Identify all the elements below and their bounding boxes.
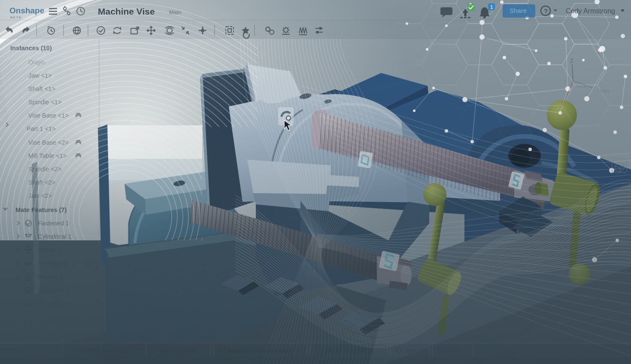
svg-text:Jaw <2>: Jaw <2> bbox=[28, 192, 52, 199]
svg-text:Pin slot 1: Pin slot 1 bbox=[38, 273, 64, 280]
svg-text:Revolute 1: Revolute 1 bbox=[38, 300, 67, 307]
svg-text:1: 1 bbox=[490, 4, 493, 10]
svg-text:Cylindrical 1: Cylindrical 1 bbox=[38, 233, 72, 240]
svg-text:Revolute 1: Revolute 1 bbox=[38, 260, 67, 267]
svg-text:Vise Base <1>: Vise Base <1> bbox=[28, 112, 69, 119]
svg-text:rack: rack bbox=[404, 347, 416, 354]
svg-text:Mill Table <1>: Mill Table <1> bbox=[28, 152, 67, 159]
svg-text:rack ...: rack ... bbox=[446, 347, 465, 354]
svg-text:Machine Vise Assembly: Machine Vise Assembly bbox=[228, 347, 294, 354]
svg-text:Fastened 1: Fastened 1 bbox=[38, 220, 69, 227]
svg-text:Instances (10): Instances (10) bbox=[10, 45, 52, 52]
svg-text:Mate Features (7): Mate Features (7) bbox=[15, 206, 67, 213]
svg-text:1/4-20 X .5 SHCS: 1/4-20 X .5 SHCS bbox=[324, 347, 373, 354]
svg-text:?: ? bbox=[544, 7, 548, 15]
svg-text:Origin: Origin bbox=[28, 59, 45, 66]
svg-text:Spindle <2>: Spindle <2> bbox=[28, 166, 61, 173]
svg-text:Vise Base <2>: Vise Base <2> bbox=[28, 139, 69, 146]
svg-text:BETA: BETA bbox=[10, 15, 21, 19]
svg-text:Main: Main bbox=[169, 9, 181, 15]
svg-text:Onshape: Onshape bbox=[9, 6, 44, 15]
svg-text:Cody Armstrong: Cody Armstrong bbox=[566, 7, 615, 15]
svg-text:Spindle <1>: Spindle <1> bbox=[28, 99, 61, 106]
svg-text:Fastened 1: Fastened 1 bbox=[38, 287, 69, 294]
svg-text:Machine Vise: Machine Vise bbox=[160, 347, 197, 354]
svg-text:Share: Share bbox=[510, 7, 527, 14]
svg-text:Shaft <1>: Shaft <1> bbox=[28, 85, 55, 92]
svg-text:...ine Vise Assembly ...: ...ine Vise Assembly ... bbox=[73, 347, 136, 354]
svg-text:Part 1 <1>: Part 1 <1> bbox=[27, 125, 56, 132]
svg-text:Machine Vise: Machine Vise bbox=[98, 6, 155, 16]
svg-text:Jaw <1>: Jaw <1> bbox=[28, 72, 52, 79]
svg-text:Shaft <2>: Shaft <2> bbox=[28, 179, 55, 186]
svg-text:Planar 1: Planar 1 bbox=[38, 246, 61, 253]
